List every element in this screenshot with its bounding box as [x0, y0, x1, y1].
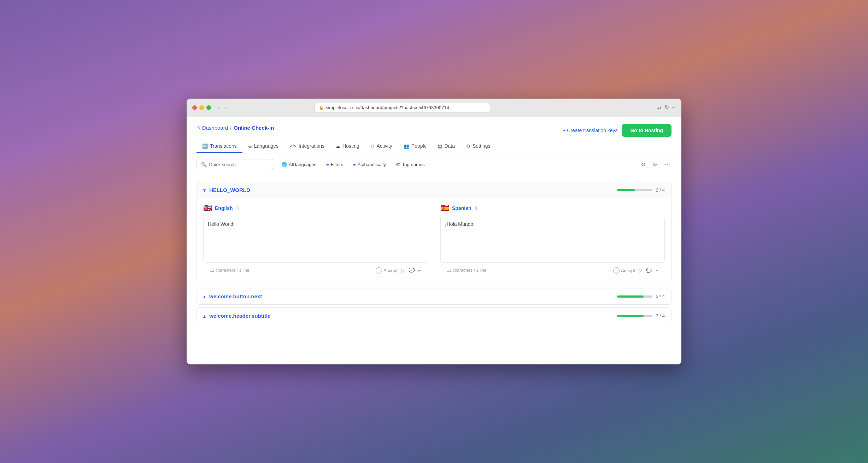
alphabetically-label: Alphabetically — [358, 162, 386, 167]
accept-circle-icon — [376, 267, 382, 274]
spanish-lang-name: Spanish — [452, 205, 471, 211]
spanish-play-button[interactable]: ▷ — [639, 268, 643, 273]
english-footer: 12 characters • 1 line Accept ▷ 💬 ⌐ — [203, 264, 427, 276]
refresh-icon[interactable]: ↻ — [664, 104, 669, 111]
english-char-count: 12 characters • 1 line — [210, 268, 249, 273]
section-header-welcome-button-next[interactable]: ▴ welcome.button.next 3 / 4 — [197, 288, 671, 304]
column-settings-button[interactable]: ⚙ — [651, 160, 659, 169]
english-play-button[interactable]: ▷ — [401, 268, 405, 273]
tag-names-button[interactable]: 🏷 Tag names — [393, 160, 428, 169]
english-lang-toggle[interactable]: ⇅ — [236, 206, 239, 211]
lang-header-english: 🇬🇧 English ⇅ — [203, 204, 427, 212]
activity-icon: ◎ — [370, 143, 374, 149]
close-button[interactable] — [192, 105, 197, 110]
header-row: ⌂ Dashboard / Online Check-in + Create t… — [197, 124, 671, 137]
expand-icon: ▴ — [203, 294, 206, 299]
filter-icon: ≡ — [326, 162, 329, 167]
tag-icon: 🏷 — [396, 162, 400, 167]
translation-section-hello-world: ▾ HELLO_WORLD 2 / 4 🇬🇧 English ⇅ — [197, 182, 671, 282]
tab-data[interactable]: ▤ Data — [432, 140, 461, 153]
languages-icon: ⊕ — [248, 143, 252, 149]
go-to-hosting-button[interactable]: Go to Hosting — [622, 124, 671, 137]
tab-people[interactable]: 👥 People — [398, 140, 433, 153]
section-header-hello-world[interactable]: ▾ HELLO_WORLD 2 / 4 — [197, 182, 671, 198]
tab-integrations[interactable]: </> Integrations — [284, 140, 330, 153]
section-key: HELLO_WORLD — [209, 187, 250, 193]
address-bar: 🔒 simplelocalize.io/dashboard/projects/?… — [314, 103, 491, 112]
section-key: welcome.header.subtitle — [209, 313, 270, 319]
refresh-translations-button[interactable]: ↻ — [639, 160, 647, 169]
forward-button[interactable]: › — [223, 104, 229, 112]
spanish-char-count: 12 characters • 1 line — [447, 268, 486, 273]
search-input[interactable] — [209, 162, 265, 167]
translate-icon[interactable]: ⇄ — [657, 104, 662, 111]
english-flag-icon: 🇬🇧 — [203, 204, 212, 212]
tab-languages[interactable]: ⊕ Languages — [242, 140, 284, 153]
spanish-footer-actions: Accept ▷ 💬 ⌐ — [613, 267, 658, 274]
new-tab-button[interactable]: + — [672, 104, 676, 111]
translations-icon: 🔤 — [202, 143, 208, 149]
spanish-translation-input[interactable]: ¡Hola Mundo! — [440, 217, 665, 263]
progress-fill — [617, 295, 644, 298]
expand-icon: ▴ — [203, 313, 206, 319]
lang-header-spanish: 🇪🇸 Spanish ⇅ — [440, 204, 665, 212]
tab-activity-label: Activity — [376, 143, 392, 149]
tag-names-label: Tag names — [402, 162, 425, 167]
data-icon: ▤ — [438, 143, 442, 149]
all-languages-button[interactable]: 🌐 All languages — [278, 160, 319, 169]
hosting-icon: ☁ — [336, 143, 340, 149]
breadcrumb-separator: / — [230, 125, 231, 131]
back-button[interactable]: ‹ — [215, 104, 221, 112]
all-languages-label: All languages — [289, 162, 316, 167]
settings-icon: ⚙ — [466, 143, 470, 149]
url-text: simplelocalize.io/dashboard/projects/?ha… — [326, 105, 449, 110]
tab-settings[interactable]: ⚙ Settings — [461, 140, 496, 153]
section-header-welcome-header-subtitle[interactable]: ▴ welcome.header.subtitle 3 / 4 — [197, 308, 671, 324]
progress-bar — [617, 315, 652, 317]
browser-window: ‹ › 🔒 simplelocalize.io/dashboard/projec… — [187, 99, 681, 364]
english-footer-actions: Accept ▷ 💬 ⌐ — [376, 267, 421, 274]
progress-fill — [617, 315, 644, 317]
project-name: Online Check-in — [234, 125, 274, 131]
search-icon: 🔍 — [201, 162, 207, 167]
english-accept-button[interactable]: Accept — [376, 267, 398, 274]
create-translation-keys-button[interactable]: + Create translation keys — [563, 128, 617, 133]
filters-label: Filters — [331, 162, 343, 167]
alphabetically-button[interactable]: ≡ Alphabetically — [350, 160, 389, 169]
people-icon: 👥 — [404, 143, 409, 149]
spanish-history-button[interactable]: ⌐ — [656, 268, 658, 273]
tab-translations[interactable]: 🔤 Translations — [197, 140, 242, 153]
dashboard-link[interactable]: Dashboard — [202, 125, 228, 131]
spanish-comment-button[interactable]: 💬 — [646, 268, 652, 273]
home-icon: ⌂ — [197, 124, 200, 131]
more-options-button[interactable]: ⋯ — [663, 160, 671, 169]
maximize-button[interactable] — [206, 105, 211, 110]
section-progress: 3 / 4 — [617, 294, 665, 299]
spanish-footer: 12 characters • 1 line Accept ▷ 💬 ⌐ — [440, 264, 665, 276]
traffic-lights — [192, 105, 211, 110]
browser-content: ⌂ Dashboard / Online Check-in + Create t… — [187, 117, 681, 364]
lock-icon: 🔒 — [319, 105, 324, 110]
filters-button[interactable]: ≡ Filters — [323, 160, 346, 169]
section-progress: 2 / 4 — [617, 187, 665, 193]
tab-people-label: People — [411, 143, 427, 149]
english-history-button[interactable]: ⌐ — [418, 268, 421, 273]
spanish-flag-icon: 🇪🇸 — [440, 204, 449, 212]
minimize-button[interactable] — [199, 105, 204, 110]
browser-titlebar: ‹ › 🔒 simplelocalize.io/dashboard/projec… — [187, 99, 681, 117]
breadcrumb: ⌂ Dashboard / Online Check-in — [197, 124, 274, 131]
spanish-lang-toggle[interactable]: ⇅ — [474, 206, 477, 211]
nav-buttons: ‹ › — [215, 104, 229, 112]
tab-languages-label: Languages — [254, 143, 278, 149]
tab-data-label: Data — [444, 143, 455, 149]
english-translation-input[interactable]: Hello World! — [203, 217, 427, 263]
integrations-icon: </> — [290, 143, 297, 149]
spanish-accept-button[interactable]: Accept — [613, 267, 635, 274]
translation-col-spanish: 🇪🇸 Spanish ⇅ ¡Hola Mundo! 12 characters … — [434, 198, 671, 282]
progress-text: 2 / 4 — [656, 187, 665, 193]
english-comment-button[interactable]: 💬 — [409, 268, 415, 273]
progress-text: 3 / 4 — [656, 313, 665, 318]
tab-hosting-label: Hosting — [342, 143, 359, 149]
tab-hosting[interactable]: ☁ Hosting — [330, 140, 365, 153]
tab-activity[interactable]: ◎ Activity — [365, 140, 398, 153]
